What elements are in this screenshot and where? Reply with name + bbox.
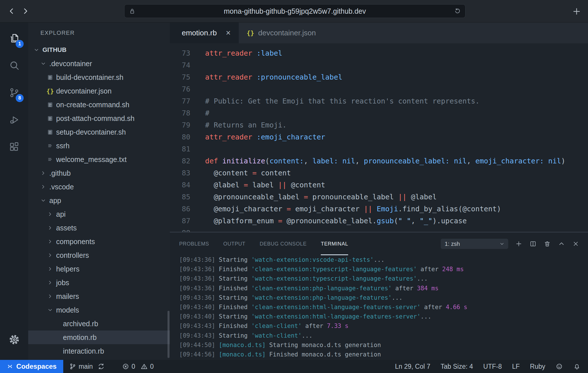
activity-bar: 18 [0,23,28,360]
panel-tab-problems[interactable]: PROBLEMS [179,232,209,255]
tree-item-on-create-command-sh[interactable]: on-create-command.sh [28,98,170,112]
language-mode[interactable]: Ruby [530,363,545,370]
tree-item-interaction-rb[interactable]: interaction.rb [28,344,170,358]
tree-item-jobs[interactable]: jobs [28,276,170,289]
line-number: 79 [170,119,190,131]
error-icon [122,363,129,370]
terminal-picker-value: 1: zsh [445,241,460,247]
code-line-79: 79 # Returns an Emoji. [170,119,588,131]
editor-tab-emotion-rb[interactable]: emotion.rb× [170,23,239,43]
error-count: 0 [132,363,135,370]
cursor-position[interactable]: Ln 29, Col 7 [395,363,430,370]
chevron-down-icon [40,60,46,67]
shell-file-icon [47,129,53,135]
close-tab-icon[interactable]: × [226,28,231,38]
new-tab-button[interactable] [572,7,581,16]
panel-tab-terminal[interactable]: TERMINAL [321,232,348,255]
tree-item-label: components [56,238,95,246]
chevron-down-icon [33,47,40,53]
problems-indicator[interactable]: 0 0 [122,363,154,370]
terminal-output[interactable]: [09:43:36] Starting 'watch-extension:vsc… [170,255,588,360]
editor-tab-bar: emotion.rb×{}devcontainer.json [170,23,588,43]
terminal-line: [09:43:36] Starting 'watch-extension:vsc… [179,255,588,265]
encoding-setting[interactable]: UTF-8 [483,363,502,370]
line-number: 77 [170,95,190,107]
tree-item-assets[interactable]: assets [28,221,170,235]
remote-indicator[interactable]: Codespaces [0,360,63,373]
tree-item-post-attach-command-sh[interactable]: post-attach-command.sh [28,112,170,125]
shell-file-icon [47,74,53,80]
chevron-down-icon [47,307,53,313]
new-terminal-icon[interactable] [515,240,522,248]
address-bar[interactable]: mona-github-github-g59jpq2w5w7.github.de… [124,4,466,18]
panel-tab-output[interactable]: OUTPUT [223,232,246,255]
explorer-title: EXPLORER [28,23,170,43]
tree-item-api[interactable]: api [28,207,170,221]
terminal-line: [09:43:40] Starting 'watch-extension:htm… [179,312,588,321]
tree-item-helpers[interactable]: helpers [28,262,170,276]
tree-item-archived-rb[interactable]: archived.rb [28,317,170,331]
panel-tab-debug-console[interactable]: DEBUG CONSOLE [260,232,307,255]
settings-gear-button[interactable] [0,326,28,353]
sync-button[interactable] [97,363,105,370]
git-branch-icon [69,363,76,370]
terminal-picker-dropdown[interactable]: 1: zsh [441,239,508,249]
remote-icon [7,363,13,370]
close-panel-icon[interactable] [572,240,579,248]
tree-item--vscode[interactable]: .vscode [28,180,170,194]
tree-item-emotion-rb[interactable]: emotion.rb [28,331,170,344]
branch-indicator[interactable]: main [69,363,93,370]
line-number: 84 [170,179,190,191]
line-number: 76 [170,83,190,95]
file-tree: GITHUB.devcontainerbuild-devcontainer.sh… [28,43,170,358]
tree-item-devcontainer-json[interactable]: {}devcontainer.json [28,84,170,98]
chevron-right-icon [40,170,46,176]
indentation-setting[interactable]: Tab Size: 4 [440,363,473,370]
maximize-panel-icon[interactable] [558,240,565,248]
tree-item-welcome-message-txt[interactable]: welcome_message.txt [28,153,170,166]
tree-item-label: GITHUB [42,46,66,54]
code-line-78: 78 # [170,107,588,119]
code-editor[interactable]: 73 attr_reader :label7475 attr_reader :p… [170,43,588,232]
text-file-icon [47,143,53,149]
terminal-line: [09:43:36] Finished 'clean-extension:php… [179,284,588,293]
activity-item-source-control[interactable]: 8 [0,79,28,106]
tree-item--github[interactable]: .github [28,166,170,180]
tree-item-components[interactable]: components [28,235,170,248]
tree-item-build-devcontainer-sh[interactable]: build-devcontainer.sh [28,70,170,84]
refresh-icon[interactable] [454,7,461,15]
chevron-right-icon [47,279,53,286]
chevron-right-icon [47,238,53,245]
tree-item-mailers[interactable]: mailers [28,289,170,303]
browser-back-icon[interactable] [7,7,16,15]
tree-item-label: .github [49,169,71,177]
eol-setting[interactable]: LF [512,363,520,370]
tree-item-label: .devcontainer [49,60,92,68]
feedback-smiley-icon[interactable] [556,363,563,370]
tree-item-setup-devcontainer-sh[interactable]: setup-devcontainer.sh [28,125,170,139]
code-line-73: 73 attr_reader :label [170,47,588,59]
tree-item-controllers[interactable]: controllers [28,248,170,262]
tree-item--devcontainer[interactable]: .devcontainer [28,57,170,70]
activity-item-search[interactable] [0,52,28,79]
kill-terminal-icon[interactable] [544,240,551,248]
activity-item-explorer[interactable]: 1 [0,25,28,52]
code-line-86: 86 @emoji_character = emoji_character ||… [170,203,588,215]
tree-item-ssrh[interactable]: ssrh [28,139,170,153]
activity-item-extensions[interactable] [0,133,28,160]
tree-item-models[interactable]: models [28,303,170,317]
code-line-85: 85 @pronounceable_label = pronounceable_… [170,191,588,203]
tree-item-app[interactable]: app [28,194,170,207]
tree-item-label: on-create-command.sh [56,101,129,109]
warning-icon [140,363,148,370]
notifications-bell-icon[interactable] [573,363,581,370]
activity-item-run-debug[interactable] [0,106,28,133]
editor-tab-devcontainer-json[interactable]: {}devcontainer.json [239,23,324,43]
sidebar-scrollbar[interactable] [168,311,170,358]
split-terminal-icon[interactable] [529,240,537,248]
browser-forward-icon[interactable] [21,7,30,15]
text-file-icon [47,156,53,163]
json-file-icon: {} [46,88,54,95]
terminal-line: [09:44:50] [monaco.d.ts] Starting monaco… [179,340,588,350]
tree-item-github[interactable]: GITHUB [28,43,170,57]
